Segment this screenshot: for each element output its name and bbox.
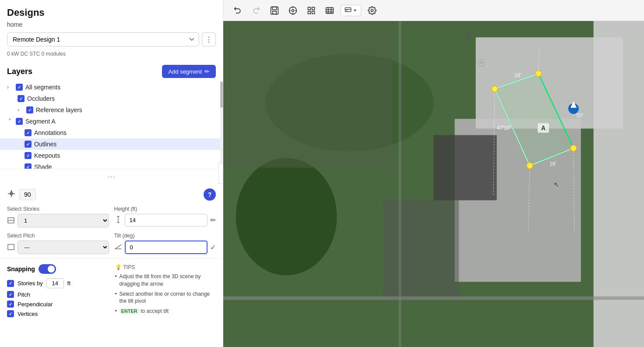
snap-unit-stories: ft <box>67 280 70 287</box>
snapping-header: Snapping <box>7 264 108 274</box>
height-row: 14 ✏ <box>114 214 216 227</box>
snap-checkbox-pitch[interactable] <box>7 291 14 298</box>
tips-header: 💡 TIPS <box>115 264 216 270</box>
tip-item-3: ENTER to accept tilt <box>115 308 216 315</box>
enter-key-badge: ENTER <box>120 308 139 314</box>
svg-rect-23 <box>308 11 311 14</box>
svg-text:47'10": 47'10" <box>497 125 511 131</box>
svg-text:↖: ↖ <box>554 181 559 188</box>
map-area: 16' 47'10" 70° 16' A <box>223 0 644 347</box>
design-options-button[interactable]: ⋮ <box>202 32 216 46</box>
layer-label-segment-a: Segment A <box>25 118 56 125</box>
left-panel: Designs home Remote Design 1 ⋮ 0 kW DC S… <box>0 0 223 347</box>
grid-button[interactable] <box>304 3 319 18</box>
stories-by-input[interactable] <box>46 278 64 288</box>
svg-rect-9 <box>8 244 14 250</box>
tilt-row: 0 ✓ <box>114 241 216 254</box>
layer-checkbox-reference-layers[interactable] <box>26 106 33 113</box>
svg-rect-41 <box>434 135 497 200</box>
panel-collapse-button[interactable]: ‹ <box>218 163 223 184</box>
pitch-group: Select Pitch --- <box>7 233 109 254</box>
svg-rect-13 <box>272 7 277 10</box>
expand-arrow-ref: › <box>18 107 24 113</box>
height-group: Height (ft) 14 ✏ <box>114 206 216 227</box>
layer-checkbox-occluders[interactable] <box>18 95 25 102</box>
layer-label-reference-layers: Reference layers <box>36 106 82 113</box>
layer-checkbox-shade[interactable] <box>25 163 32 169</box>
save-button[interactable] <box>267 3 282 18</box>
layer-item-annotations[interactable]: Annotations <box>0 127 223 138</box>
snap-option-vertices: Vertices <box>7 310 108 317</box>
snapping-left: Snapping Stories by ft Pitch Perpendicul… <box>7 264 108 320</box>
table-button[interactable] <box>322 3 337 18</box>
undo-button[interactable] <box>230 3 245 18</box>
svg-text:16': 16' <box>549 161 556 167</box>
stats-row: 0 kW DC STC 0 modules <box>0 51 223 57</box>
tilt-input[interactable]: 0 <box>125 241 208 254</box>
svg-rect-14 <box>273 11 276 14</box>
height-icon <box>114 216 122 225</box>
layer-checkbox-segment-a[interactable] <box>16 118 23 125</box>
svg-point-16 <box>292 9 294 11</box>
layer-label-outlines: Outlines <box>34 141 56 148</box>
help-button[interactable]: ? <box>204 188 216 201</box>
scrollbar-thumb[interactable] <box>220 81 223 108</box>
select-tool-button[interactable] <box>341 5 361 16</box>
svg-rect-21 <box>308 7 311 10</box>
azimuth-row: 90 ? <box>7 188 216 201</box>
snap-label-pitch: Pitch <box>18 291 30 298</box>
snap-checkbox-perpendicular[interactable] <box>7 301 14 308</box>
map-overlay-svg: 16' 47'10" 70° 16' A <box>223 21 644 347</box>
azimuth-icon <box>7 189 16 200</box>
svg-rect-37 <box>223 21 391 168</box>
layer-item-shade[interactable]: Shade <box>0 161 223 169</box>
tilt-label: Tilt (deg) <box>114 233 216 239</box>
design-select[interactable]: Remote Design 1 <box>7 32 199 46</box>
snap-checkbox-stories[interactable] <box>7 280 14 287</box>
layers-header: Layers Add segment ✏ <box>0 61 223 81</box>
svg-marker-3 <box>11 190 12 192</box>
layer-item-segment-a[interactable]: › Segment A <box>0 116 223 127</box>
svg-text:16': 16' <box>514 72 521 78</box>
svg-text:70°: 70° <box>576 113 584 119</box>
layers-title: Layers <box>7 67 32 76</box>
layer-item-outlines[interactable]: Outlines <box>0 138 223 150</box>
stories-label: Select Stories <box>7 206 109 212</box>
snapping-section: Snapping Stories by ft Pitch Perpendicul… <box>0 259 223 325</box>
toolbar <box>223 0 644 21</box>
add-segment-button[interactable]: Add segment ✏ <box>162 65 216 78</box>
svg-point-36 <box>236 158 337 275</box>
pitch-label: Select Pitch <box>7 233 109 239</box>
tip-item-2: Select another line or corner to change … <box>115 290 216 305</box>
layer-label-all-segments: All segments <box>25 84 60 91</box>
snap-checkbox-vertices[interactable] <box>7 310 14 317</box>
layer-item-reference-layers[interactable]: › Reference layers <box>0 104 223 116</box>
svg-rect-24 <box>312 11 315 14</box>
expand-arrow-seg-a: › <box>7 118 13 124</box>
layer-item-keepouts[interactable]: Keepouts <box>0 150 223 161</box>
layer-checkbox-all-segments[interactable] <box>16 84 23 91</box>
drag-handle[interactable]: ⋯ <box>0 169 223 184</box>
layer-checkbox-keepouts[interactable] <box>25 152 32 159</box>
snapping-toggle[interactable] <box>39 264 56 274</box>
map-background: 16' 47'10" 70° 16' A <box>223 21 644 347</box>
stories-select[interactable]: 1 2 <box>18 214 109 227</box>
pitch-select[interactable]: --- <box>18 241 109 254</box>
svg-text:A: A <box>541 124 545 131</box>
redo-button[interactable] <box>249 3 264 18</box>
layer-item-all-segments[interactable]: › All segments <box>0 81 223 93</box>
height-edit-button[interactable]: ✏ <box>210 216 216 224</box>
tip-item-1: Adjust the tilt from the 3D scene by dra… <box>115 273 216 288</box>
tilt-confirm-button[interactable]: ✓ <box>210 243 216 251</box>
layer-checkbox-annotations[interactable] <box>25 129 32 136</box>
layer-item-occluders[interactable]: Occluders <box>0 93 223 104</box>
settings-button[interactable] <box>365 3 380 18</box>
height-input[interactable]: 14 <box>125 214 208 227</box>
layer-checkbox-outlines[interactable] <box>25 141 32 148</box>
snap-option-stories: Stories by ft <box>7 278 108 288</box>
layers-list: › All segments Occluders › Reference lay… <box>0 81 223 169</box>
locate-button[interactable] <box>285 3 300 18</box>
panel-title: Designs <box>7 7 216 18</box>
pencil-icon: ✏ <box>204 68 210 75</box>
svg-point-68 <box>480 61 483 64</box>
